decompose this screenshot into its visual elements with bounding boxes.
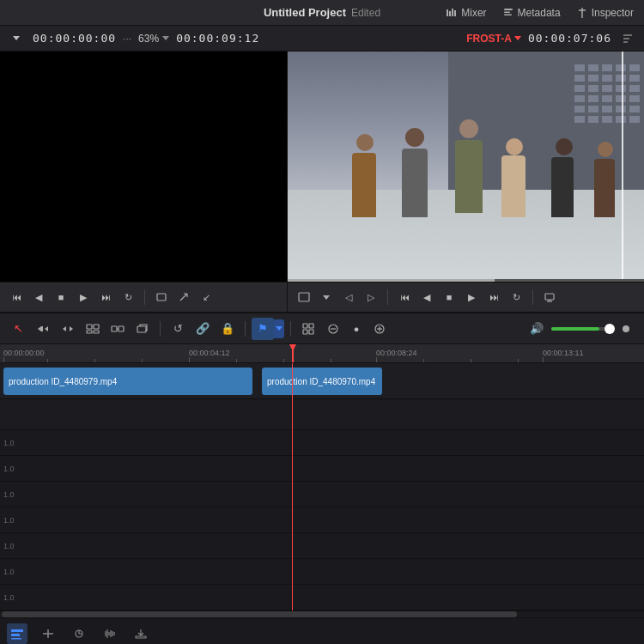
project-status: Edited xyxy=(351,7,380,19)
audio-level-4: 1.0 xyxy=(3,516,15,525)
export-view-btn[interactable] xyxy=(131,623,151,644)
svg-rect-33 xyxy=(11,629,23,632)
person-silhouette xyxy=(455,140,483,213)
mark-btn[interactable]: ↙ xyxy=(197,288,216,307)
svg-rect-11 xyxy=(545,294,554,300)
prog-nav-left[interactable]: ◁ xyxy=(339,288,358,307)
prog-loop[interactable]: ↻ xyxy=(507,288,526,307)
lock-btn[interactable]: 🔒 xyxy=(216,318,239,340)
video-clip-2[interactable]: production ID_4480970.mp4 xyxy=(262,368,382,395)
source-dropdown[interactable] xyxy=(7,29,26,48)
video-track-2-row xyxy=(0,399,644,430)
playhead-arrow xyxy=(289,344,296,351)
inspector-menu[interactable]: Inspector xyxy=(576,7,634,19)
clip-chevron-icon xyxy=(514,36,521,40)
undo-btn[interactable]: ↺ xyxy=(167,318,189,340)
prog-go-end[interactable]: ⏭ xyxy=(484,288,503,307)
title-bar: Untitled Project Edited Mixer Metadata I… xyxy=(0,0,644,26)
go-to-end-btn[interactable]: ⏭ xyxy=(96,288,115,307)
ruler-tick-3 xyxy=(543,357,544,362)
audio-track-3: 1.0 xyxy=(0,482,644,507)
grid-view-btn[interactable] xyxy=(297,318,319,340)
link-btn[interactable]: 🔗 xyxy=(191,318,214,340)
inspector-toggle[interactable] xyxy=(618,29,637,48)
source-overwrite-btn[interactable] xyxy=(106,318,129,340)
prog-clip-view-btn[interactable] xyxy=(295,288,313,307)
prog-monitor[interactable] xyxy=(540,288,559,307)
video-track-row: production ID_4480979.mp4 production ID_… xyxy=(0,363,644,399)
prog-step-back[interactable]: ◀ xyxy=(417,288,436,307)
volume-knob[interactable] xyxy=(605,324,615,334)
svg-rect-26 xyxy=(309,330,313,334)
video-frame xyxy=(288,52,644,282)
cut-view-btn[interactable] xyxy=(38,623,58,644)
prog-divider xyxy=(387,289,388,305)
ruler-tick-2 xyxy=(376,357,377,362)
ruler-minor-tick xyxy=(47,359,48,362)
bottom-bar xyxy=(0,617,644,644)
volume-track[interactable] xyxy=(551,327,611,331)
project-title: Untitled Project xyxy=(264,6,346,19)
person-silhouette xyxy=(501,155,526,217)
clip-name[interactable]: FROST-A xyxy=(466,33,521,45)
play-btn[interactable]: ▶ xyxy=(74,288,93,307)
stop-btn[interactable]: ■ xyxy=(52,288,70,307)
mixer-menu[interactable]: Mixer xyxy=(446,7,486,19)
timeline-view-btn[interactable] xyxy=(7,623,27,644)
multicam-btn[interactable] xyxy=(82,318,104,340)
prog-stop[interactable]: ■ xyxy=(440,288,459,307)
duration-timecode: 00:00:09:12 xyxy=(176,32,259,45)
prog-nav-right[interactable]: ▷ xyxy=(361,288,380,307)
trim-ripple-btn[interactable] xyxy=(32,318,54,340)
preview-area xyxy=(0,52,644,282)
ruler-content: 00:00:00:00 00:00:04:12 00:00:08:24 00:0… xyxy=(0,344,644,362)
zoom-control[interactable]: 63% xyxy=(138,33,169,45)
go-to-start-btn[interactable]: ⏮ xyxy=(7,288,26,307)
flag-chevron-icon xyxy=(276,326,283,331)
audio-track-6: 1.0 xyxy=(0,559,644,585)
trim-roll-btn[interactable] xyxy=(57,318,79,340)
prog-chevron-icon xyxy=(323,295,330,300)
source-chevron-icon xyxy=(13,36,20,40)
svg-rect-25 xyxy=(303,330,307,334)
clip-1-label: production ID_4480979.mp4 xyxy=(9,377,117,386)
volume-fill xyxy=(551,327,599,331)
transport-divider xyxy=(144,289,145,305)
timeline-playhead xyxy=(292,363,293,611)
clip-in-btn[interactable] xyxy=(152,288,171,307)
source-preview xyxy=(0,52,288,282)
volume-control[interactable]: 🔊 xyxy=(526,318,637,340)
ruler-minor-tick xyxy=(283,359,284,362)
dot-btn[interactable]: ● xyxy=(347,319,366,338)
select-tool-btn[interactable]: ↖ xyxy=(7,318,29,340)
scrollbar-thumb[interactable] xyxy=(2,611,517,617)
clip-out-btn[interactable] xyxy=(174,288,193,307)
svg-rect-5 xyxy=(504,11,510,13)
audio-level-6: 1.0 xyxy=(3,568,15,576)
audio-view-btn[interactable] xyxy=(100,623,120,644)
source-options[interactable]: ··· xyxy=(123,33,131,45)
step-back-btn[interactable]: ◀ xyxy=(29,288,48,307)
person-silhouette xyxy=(402,149,428,217)
prog-play[interactable]: ▶ xyxy=(462,288,481,307)
source-transport: ⏮ ◀ ■ ▶ ⏭ ↻ ↙ xyxy=(0,282,288,313)
prog-dropdown-btn[interactable] xyxy=(317,288,336,307)
effects-view-btn[interactable] xyxy=(69,623,89,644)
plus-btn[interactable] xyxy=(368,318,391,340)
tool-bar: ↖ ↺ 🔗 🔒 ⚑ ● 🔊 xyxy=(0,313,644,344)
svg-rect-3 xyxy=(454,10,456,16)
color-flag-btn[interactable] xyxy=(274,319,284,338)
metadata-menu[interactable]: Metadata xyxy=(502,7,561,19)
dupe-btn[interactable] xyxy=(131,318,154,340)
prog-go-start[interactable]: ⏮ xyxy=(395,288,414,307)
program-preview xyxy=(288,52,644,282)
loop-btn[interactable]: ↻ xyxy=(118,288,137,307)
minus-btn[interactable] xyxy=(322,318,344,340)
video-clip-1[interactable]: production ID_4480979.mp4 xyxy=(3,368,252,395)
svg-rect-4 xyxy=(504,9,513,10)
flag-btn[interactable]: ⚑ xyxy=(252,318,274,340)
timeline-scrollbar[interactable] xyxy=(0,611,644,617)
audio-level-7: 1.0 xyxy=(3,593,15,602)
svg-point-32 xyxy=(623,325,629,332)
svg-rect-37 xyxy=(136,636,146,638)
